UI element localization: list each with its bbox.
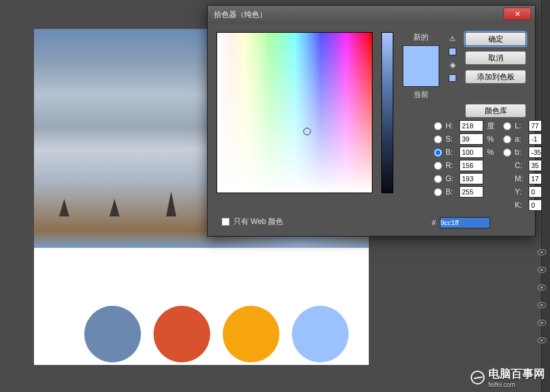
- eye-icon[interactable]: [537, 284, 546, 291]
- radio-l[interactable]: [502, 122, 512, 130]
- color-field[interactable]: [216, 32, 373, 193]
- unit-bh: %: [487, 148, 500, 157]
- input-r[interactable]: [459, 160, 483, 171]
- eye-icon[interactable]: [537, 337, 546, 344]
- unit-s: %: [487, 135, 500, 143]
- cube-icon: ◈: [450, 60, 456, 69]
- color-library-button[interactable]: 颜色库: [465, 104, 526, 118]
- label-bh: B:: [446, 148, 457, 157]
- label-a: a:: [515, 135, 526, 143]
- input-bc[interactable]: [459, 186, 483, 198]
- color-value-fields: H:度 L: S:% a: B:% b: R: C:% G: M:% B: Y:…: [433, 120, 550, 211]
- watermark-sub: feifei.com: [488, 381, 545, 388]
- label-g: G:: [446, 174, 457, 183]
- radio-r[interactable]: [433, 162, 443, 170]
- unit-h: 度: [487, 121, 500, 132]
- input-bh[interactable]: [459, 147, 483, 158]
- color-picker-dialog: 拾色器（纯色） ✕ 新的 当前 ⚠ ◈ 确定 取消 添加到色板 颜色库: [207, 5, 536, 237]
- ok-button[interactable]: 确定: [465, 32, 526, 46]
- input-g[interactable]: [459, 173, 483, 184]
- label-h: H:: [446, 121, 457, 130]
- picker-indicator: [303, 128, 311, 135]
- label-k: K:: [515, 201, 526, 210]
- new-label: 新的: [413, 32, 429, 43]
- radio-bc[interactable]: [433, 188, 443, 196]
- eye-icon[interactable]: [537, 249, 546, 255]
- label-m: M:: [515, 174, 526, 183]
- current-label: 当前: [413, 89, 429, 100]
- eye-icon[interactable]: [537, 302, 546, 308]
- warn-swatch[interactable]: [449, 48, 456, 55]
- color-preview: [403, 45, 439, 87]
- swatch-3: [223, 306, 279, 362]
- radio-g[interactable]: [433, 175, 443, 183]
- warning-icon: ⚠: [449, 35, 456, 43]
- web-only-checkbox[interactable]: [222, 218, 230, 226]
- cancel-button[interactable]: 取消: [465, 51, 526, 65]
- add-swatch-button[interactable]: 添加到色板: [465, 70, 526, 84]
- label-r: R:: [446, 161, 457, 170]
- swatch-row: [84, 306, 349, 362]
- eye-icon[interactable]: [537, 267, 546, 273]
- eye-icon[interactable]: [537, 320, 546, 326]
- radio-h[interactable]: [433, 122, 443, 130]
- input-h[interactable]: [459, 120, 483, 132]
- radio-b[interactable]: [502, 148, 512, 157]
- swatch-1: [84, 306, 141, 362]
- close-button[interactable]: ✕: [503, 8, 531, 20]
- dialog-titlebar[interactable]: 拾色器（纯色） ✕: [208, 6, 535, 23]
- web-only-label: 只有 Web 颜色: [233, 216, 283, 227]
- label-y: Y:: [515, 188, 526, 196]
- radio-s[interactable]: [433, 135, 443, 143]
- hex-input[interactable]: [440, 217, 490, 228]
- layer-visibility: [537, 249, 546, 344]
- watermark: 电脑百事网 feifei.com: [471, 366, 545, 388]
- dialog-title: 拾色器（纯色）: [214, 9, 267, 20]
- label-bc: B:: [446, 188, 457, 196]
- radio-bh[interactable]: [433, 148, 443, 157]
- label-s: S:: [446, 135, 457, 143]
- label-b: b:: [515, 148, 526, 157]
- input-s[interactable]: [459, 133, 483, 145]
- watermark-logo-icon: [469, 368, 486, 386]
- radio-a[interactable]: [502, 135, 512, 143]
- label-c: C:: [515, 161, 526, 170]
- cube-swatch[interactable]: [449, 74, 456, 82]
- hex-prefix: #: [432, 218, 436, 227]
- label-l: L:: [515, 121, 526, 130]
- swatch-4: [292, 306, 349, 362]
- swatch-2: [154, 306, 210, 362]
- hue-slider[interactable]: [381, 32, 393, 193]
- watermark-text: 电脑百事网: [488, 366, 545, 381]
